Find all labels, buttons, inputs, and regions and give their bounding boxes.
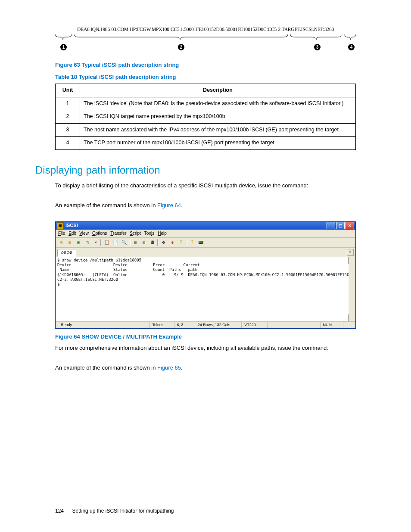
- toolbar-icon[interactable]: ▣: [75, 239, 82, 246]
- help-icon[interactable]: ?: [177, 239, 185, 246]
- help-icon[interactable]: ?: [188, 239, 196, 246]
- toolbar-icon[interactable]: ▤: [57, 239, 65, 246]
- print-icon[interactable]: 🖶: [149, 239, 156, 246]
- toolbar-separator: [129, 239, 131, 246]
- window-titlebar[interactable]: ▣ iSCSI – ▢ ✕: [56, 222, 355, 230]
- toolbar-separator: [186, 239, 187, 246]
- toolbar-icon[interactable]: ▦: [131, 239, 139, 246]
- tab-close-icon[interactable]: ✕: [347, 249, 354, 256]
- menu-file[interactable]: File: [58, 230, 65, 236]
- status-ready: Ready: [58, 322, 141, 328]
- cell-unit: 3: [56, 123, 80, 137]
- para-text: An example of the command is shown in: [55, 202, 157, 208]
- figure-65-link[interactable]: Figure 65: [157, 364, 181, 371]
- section-heading: Displaying path information: [35, 163, 356, 177]
- status-size: 24 Rows, 132 Cols: [195, 322, 233, 328]
- menu-edit[interactable]: Edit: [68, 230, 76, 236]
- figure-64-link[interactable]: Figure 64: [157, 202, 181, 208]
- menu-script[interactable]: Script: [130, 230, 141, 236]
- toolbar: ▤ ▥ ▣ ◫ ✖ 📋 📄 🔍 ▦ ▧ 🖶 ⚙ ✱ ? ? 📟: [56, 238, 355, 248]
- table-row: 3 The host name associated with the IPv4…: [56, 123, 356, 137]
- cell-desc: The iSCSI ‘device’ (Note that DEA0: is t…: [80, 97, 356, 110]
- search-icon[interactable]: 🔍: [120, 239, 128, 246]
- menu-tools[interactable]: Tools: [144, 230, 154, 236]
- menu-transfer[interactable]: Transfer: [110, 230, 126, 236]
- tab-iscsi[interactable]: iSCSI: [57, 249, 76, 257]
- status-num: NUM: [320, 322, 335, 328]
- status-term: VT220: [241, 322, 258, 328]
- terminal-text: $ show device /multipath $1$dga18005 Dev…: [57, 258, 355, 286]
- table-row: 2 The iSCSI IQN target name presented by…: [56, 110, 356, 124]
- status-protocol: Telnet: [149, 322, 165, 328]
- para-example-65: An example of the command is shown in Fi…: [55, 364, 356, 372]
- menu-view[interactable]: View: [79, 230, 89, 236]
- para-example-64: An example of the command is shown in Fi…: [55, 202, 356, 209]
- tab-bar: iSCSI ✕: [56, 248, 355, 257]
- paste-icon[interactable]: 📄: [112, 239, 119, 246]
- toolbar-icon[interactable]: ▥: [66, 239, 74, 246]
- scroll-up-button[interactable]: ▴: [348, 257, 355, 264]
- table-header-desc: Description: [80, 84, 356, 97]
- menu-bar: File Edit View Options Transfer Script T…: [56, 230, 355, 238]
- marker-4: 4: [348, 44, 355, 50]
- copy-icon[interactable]: 📋: [103, 239, 111, 246]
- table-row: 1 The iSCSI ‘device’ (Note that DEA0: is…: [56, 97, 356, 110]
- table-header-unit: Unit: [56, 84, 80, 97]
- cell-unit: 2: [56, 110, 80, 124]
- terminal-output[interactable]: $ show device /multipath $1$dga18005 Dev…: [56, 257, 355, 321]
- para-text: An example of the command is shown in: [55, 364, 157, 371]
- cell-desc: The iSCSI IQN target name presented by t…: [80, 110, 356, 124]
- figure-64-title: Figure 64 SHOW DEVICE / MULTIPATH Exampl…: [55, 333, 356, 341]
- table-18-title: Table 18 Typical iSCSI path description …: [55, 73, 356, 81]
- scroll-down-button[interactable]: ▾: [348, 314, 355, 321]
- status-bar: Ready Telnet 6, 3 24 Rows, 132 Cols VT22…: [56, 321, 355, 328]
- path-string-text: DEA0.IQN.1986-03.COM.HP:FCGW.MPX100:CC5.…: [55, 26, 356, 33]
- period: .: [181, 202, 183, 208]
- menu-help[interactable]: Help: [158, 230, 167, 236]
- description-table: Unit Description 1 The iSCSI ‘device’ (N…: [55, 84, 356, 150]
- menu-options[interactable]: Options: [92, 230, 107, 236]
- terminal-window: ▣ iSCSI – ▢ ✕ File Edit View Options Tra…: [55, 221, 356, 329]
- cell-unit: 1: [56, 97, 80, 110]
- figure-63-title: Figure 63 Typical iSCSI path description…: [55, 61, 356, 69]
- marker-1: 1: [60, 44, 67, 50]
- close-button[interactable]: ✕: [346, 222, 354, 229]
- toolbar-icon[interactable]: ◫: [83, 239, 91, 246]
- marker-3: 3: [314, 44, 321, 50]
- cell-desc: The host name associated with the IPv4 a…: [80, 123, 356, 137]
- toolbar-icon[interactable]: ▧: [140, 239, 148, 246]
- window-title: iSCSI: [65, 222, 78, 229]
- toolbar-icon[interactable]: ✖: [92, 239, 100, 246]
- table-row: 4 The TCP port number of the mpx100/100b…: [56, 137, 356, 150]
- toolbar-icon[interactable]: ✱: [168, 239, 176, 246]
- marker-2: 2: [178, 44, 184, 50]
- app-icon: ▣: [57, 222, 64, 229]
- para-display-brief: To display a brief listing of the charac…: [55, 182, 356, 190]
- toolbar-separator: [100, 239, 102, 246]
- minimize-button[interactable]: –: [327, 222, 335, 229]
- status-cursor: 6, 3: [174, 322, 186, 328]
- settings-icon[interactable]: ⚙: [160, 239, 168, 246]
- maximize-button[interactable]: ▢: [336, 222, 345, 229]
- cell-unit: 4: [56, 137, 80, 150]
- toolbar-icon[interactable]: 📟: [197, 239, 205, 246]
- cell-desc: The TCP port number of the mpx100/100b i…: [80, 137, 356, 150]
- toolbar-separator: [157, 239, 159, 246]
- markers-row: 1 2 3 4: [55, 44, 356, 53]
- para-comprehensive: For more comprehensive information about…: [55, 344, 356, 352]
- period: .: [181, 364, 183, 371]
- brace-row: [55, 34, 356, 42]
